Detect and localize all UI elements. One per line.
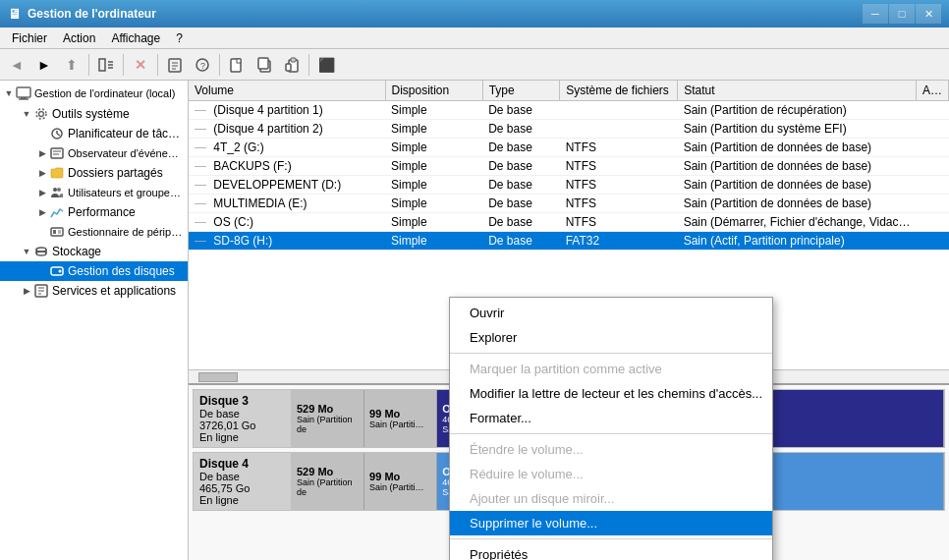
vol-name: BACKUPS (F:): [213, 159, 291, 173]
table-row[interactable]: — (Disque 4 partition 2) Simple De base …: [189, 120, 949, 139]
vol-icon: —: [195, 234, 206, 248]
part-size: 529 Mo: [297, 403, 359, 415]
root-expand[interactable]: ▼: [2, 88, 16, 98]
help-button[interactable]: ?: [190, 53, 215, 77]
maximize-button[interactable]: □: [889, 4, 915, 24]
cell-volume: — SD-8G (H:): [189, 232, 385, 251]
toolbar-sep-2: [123, 54, 124, 76]
menu-fichier[interactable]: Fichier: [4, 28, 55, 48]
vol-name: OS (C:): [213, 215, 253, 229]
paste-button[interactable]: [279, 53, 305, 77]
tree-item-outils[interactable]: ▼ Outils système: [0, 104, 188, 124]
disk-4-size: 465,75 Go: [199, 482, 285, 494]
table-row[interactable]: — DEVELOPPEMENT (D:) Simple De base NTFS…: [189, 176, 949, 195]
utilisateurs-label: Utilisateurs et groupes l…: [68, 187, 184, 198]
observateur-label: Observateur d'événeme…: [68, 147, 184, 159]
tree-root: ▼ Gestion de l'ordinateur (local) ▼ Outi…: [0, 81, 188, 303]
menu-action[interactable]: Action: [55, 28, 103, 48]
tree-item-performance[interactable]: ▶ Performance: [0, 202, 188, 222]
copy-button[interactable]: [251, 53, 277, 77]
stockage-expand[interactable]: ▼: [20, 247, 33, 256]
dossiers-label: Dossiers partagés: [68, 166, 163, 180]
tree-item-stockage[interactable]: ▼ Stockage: [0, 242, 188, 261]
context-menu-item[interactable]: Explorer: [450, 325, 772, 350]
cell-statut: Sain (Partition de données de base): [678, 139, 917, 157]
tree-item-planificateur[interactable]: ▶ Planificateur de tâches: [0, 124, 188, 143]
tree-item-services[interactable]: ▶ Services et applications: [0, 281, 188, 301]
table-row[interactable]: — MULTIMEDIA (E:) Simple De base NTFS Sa…: [189, 195, 949, 213]
show-hide-button[interactable]: [93, 53, 119, 77]
menu-aide[interactable]: ?: [168, 28, 191, 48]
context-menu-item[interactable]: Propriétés: [450, 542, 772, 560]
col-volume[interactable]: Volume: [189, 81, 385, 101]
table-row[interactable]: — OS (C:) Simple De base NTFS Sain (Déma…: [189, 213, 949, 232]
back-button[interactable]: ◄: [4, 53, 29, 77]
tree-item-gestionnaire[interactable]: ▶ Gestionnaire de périphé…: [0, 222, 188, 242]
cell-disposition: Simple: [385, 120, 482, 139]
vol-icon: —: [195, 122, 206, 136]
context-menu-item[interactable]: Formater...: [450, 406, 772, 430]
cell-extra: [916, 176, 948, 195]
part-status: Sain (Partition de: [297, 415, 359, 434]
outils-label: Outils système: [52, 107, 130, 121]
disk-part[interactable]: 529 Mo Sain (Partition de: [292, 453, 364, 510]
disk-3-status: En ligne: [199, 431, 285, 443]
col-disposition[interactable]: Disposition: [385, 81, 482, 101]
vol-icon: —: [195, 178, 206, 192]
up-button[interactable]: ⬆: [59, 53, 84, 77]
context-menu-item[interactable]: Modifier la lettre de lecteur et les che…: [450, 381, 772, 406]
extra-button[interactable]: ⬛: [313, 53, 339, 77]
disk-part[interactable]: 99 Mo Sain (Partiti…: [364, 453, 437, 510]
table-row[interactable]: — 4T_2 (G:) Simple De base NTFS Sain (Pa…: [189, 139, 949, 157]
col-type[interactable]: Type: [482, 81, 559, 101]
cell-type: De base: [482, 195, 559, 213]
disk-part[interactable]: 99 Mo Sain (Partiti…: [364, 390, 437, 447]
tree-item-dossiers[interactable]: ▶ Dossiers partagés: [0, 163, 188, 183]
volumes-table: Volume Disposition Type Système de fichi…: [189, 81, 949, 251]
context-menu-item: Réduire le volume...: [450, 462, 772, 486]
toolbar-sep-5: [308, 54, 309, 76]
part-status: Sain (Partiti…: [369, 420, 431, 429]
cell-volume: — OS (C:): [189, 213, 385, 232]
col-extra[interactable]: A…: [916, 81, 948, 101]
menu-affichage[interactable]: Affichage: [103, 28, 168, 48]
minimize-button[interactable]: ─: [863, 4, 888, 24]
title-bar: 🖥 Gestion de l'ordinateur ─ □ ✕: [0, 0, 949, 28]
tree-item-utilisateurs[interactable]: ▶ Utilisateurs et groupes l…: [0, 183, 188, 202]
services-expand[interactable]: ▶: [20, 286, 33, 296]
tree-item-observateur[interactable]: ▶ Observateur d'événeme…: [0, 143, 188, 163]
svg-text:?: ?: [200, 61, 205, 71]
svg-rect-26: [51, 148, 63, 158]
dossiers-expand[interactable]: ▶: [35, 168, 49, 178]
gestionnaire-expand: ▶: [35, 227, 49, 237]
col-statut[interactable]: Statut: [678, 81, 917, 101]
close-button[interactable]: ✕: [916, 4, 941, 24]
svg-rect-12: [237, 59, 241, 63]
context-menu-item[interactable]: Supprimer le volume...: [450, 511, 772, 535]
tree-item-gestion-disques[interactable]: ▶ Gestion des disques: [0, 261, 188, 281]
svg-line-25: [57, 134, 60, 136]
h-scroll-thumb[interactable]: [198, 372, 238, 382]
cell-statut: Sain (Partition de récupération): [678, 101, 917, 120]
outils-expand[interactable]: ▼: [20, 109, 33, 119]
disk-4-type: De base: [199, 471, 285, 482]
context-menu-item[interactable]: Ouvrir: [450, 301, 772, 325]
delete-button[interactable]: ✕: [128, 53, 153, 77]
forward-button[interactable]: ►: [31, 53, 57, 77]
tree-root-item[interactable]: ▼ Gestion de l'ordinateur (local): [0, 83, 188, 104]
toolbar: ◄ ► ⬆ ✕ ? ⬛: [0, 49, 949, 81]
properties-button[interactable]: [162, 53, 188, 77]
cell-type: De base: [482, 213, 559, 232]
observateur-expand[interactable]: ▶: [35, 148, 49, 158]
users-icon: [49, 185, 65, 200]
col-fs[interactable]: Système de fichiers: [560, 81, 678, 101]
disk-part[interactable]: 529 Mo Sain (Partition de: [292, 390, 364, 447]
cell-extra: [916, 213, 948, 232]
cell-disposition: Simple: [385, 195, 482, 213]
new-button[interactable]: [224, 53, 250, 77]
table-row[interactable]: — SD-8G (H:) Simple De base FAT32 Sain (…: [189, 232, 949, 251]
performance-expand[interactable]: ▶: [35, 207, 49, 217]
utilisateurs-expand[interactable]: ▶: [35, 188, 49, 197]
table-row[interactable]: — BACKUPS (F:) Simple De base NTFS Sain …: [189, 157, 949, 176]
table-row[interactable]: — (Disque 4 partition 1) Simple De base …: [189, 101, 949, 120]
